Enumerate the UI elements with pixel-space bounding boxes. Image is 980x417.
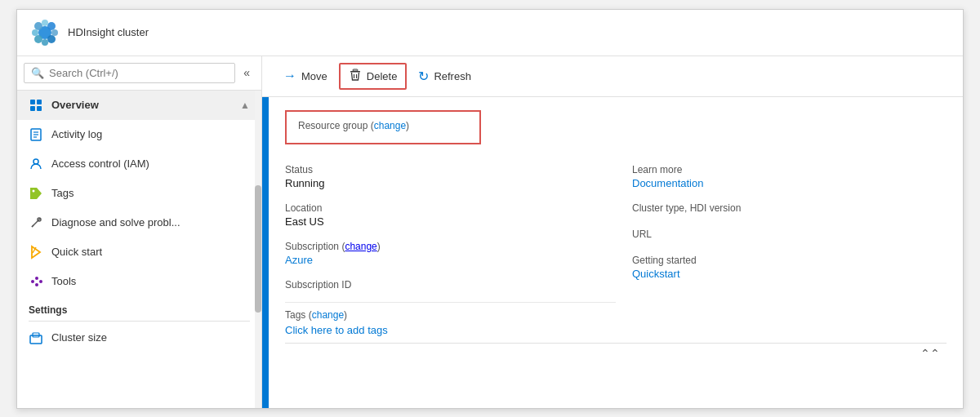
sidebar-item-tools[interactable]: Tools [17, 267, 261, 296]
sidebar-item-cluster-size-label: Cluster size [51, 331, 250, 344]
refresh-label: Refresh [434, 70, 471, 82]
sidebar-nav: Overview ▲ Activity log Access contr [17, 91, 261, 353]
location-label: Location [285, 202, 616, 214]
details-panel: Resource group (change) Status Running [265, 97, 963, 408]
sidebar-scrollbar-thumb[interactable] [255, 185, 261, 313]
subscription-id-label: Subscription ID [285, 279, 616, 291]
subscription-block: Subscription (change) Azure [285, 234, 616, 273]
url-label: URL [632, 228, 947, 240]
sidebar-item-tags-label: Tags [51, 187, 250, 199]
collapse-sidebar-button[interactable]: « [238, 63, 255, 82]
quick-start-icon [29, 245, 43, 260]
sidebar-nav-wrapper: Overview ▲ Activity log Access contr [17, 91, 261, 408]
tags-change-link[interactable]: change [312, 309, 344, 321]
sidebar-scrollbar[interactable] [255, 91, 261, 408]
svg-rect-30 [350, 71, 360, 73]
svg-point-3 [34, 35, 42, 43]
subscription-link[interactable]: Azure [285, 254, 313, 266]
search-row: 🔍 « [17, 56, 261, 91]
sidebar-item-cluster-size[interactable]: Cluster size [17, 323, 261, 353]
svg-rect-10 [37, 100, 42, 104]
overview-expand-icon: ▲ [240, 100, 250, 111]
learn-more-block: Learn more Documentation [632, 157, 947, 196]
svg-rect-11 [30, 106, 35, 111]
svg-point-5 [42, 20, 48, 26]
hdinsight-logo-icon [30, 18, 60, 47]
delete-button[interactable]: Delete [339, 63, 408, 90]
refresh-icon: ↻ [418, 69, 429, 84]
activity-log-icon [29, 127, 43, 142]
search-box[interactable]: 🔍 [24, 63, 235, 83]
status-value: Running [285, 177, 616, 189]
toolbar: → Move Delete ↻ Refresh [262, 56, 963, 97]
svg-rect-12 [37, 106, 42, 111]
location-block: Location East US [285, 196, 616, 234]
move-label: Move [301, 70, 327, 82]
tags-icon [29, 186, 43, 201]
svg-rect-29 [353, 69, 358, 71]
scroll-up-button[interactable]: ⌃⌃ [920, 347, 940, 360]
resource-group-box: Resource group (change) [285, 110, 481, 144]
resource-group-label: Resource group (change) [298, 120, 468, 131]
sidebar-item-activity-log-label: Activity log [51, 128, 250, 140]
content-inner: Resource group (change) Status Running [262, 97, 963, 408]
main-layout: 🔍 « Overview ▲ [17, 56, 963, 408]
sidebar: 🔍 « Overview ▲ [17, 56, 262, 408]
svg-rect-26 [39, 280, 42, 283]
search-input[interactable] [49, 67, 228, 79]
search-icon: 🔍 [31, 67, 44, 79]
subscription-change-link[interactable]: change [345, 241, 376, 252]
tags-add-link[interactable]: Click here to add tags [285, 324, 616, 336]
resource-group-change-link[interactable]: change [374, 120, 406, 131]
location-value: East US [285, 215, 616, 228]
getting-started-block: Getting started Quickstart [632, 248, 947, 286]
delete-label: Delete [367, 70, 398, 82]
quickstart-value: Quickstart [632, 268, 947, 280]
settings-divider [29, 321, 250, 322]
move-button[interactable]: → Move [275, 64, 336, 87]
access-control-icon [29, 157, 43, 171]
documentation-value: Documentation [632, 177, 947, 189]
status-label: Status [285, 164, 616, 175]
window-title: HDInsight cluster [68, 26, 149, 38]
sidebar-item-diagnose-label: Diagnose and solve probl... [51, 216, 250, 228]
right-column: Learn more Documentation Cluster type, H… [616, 157, 947, 343]
sidebar-item-overview[interactable]: Overview ▲ [17, 91, 261, 120]
subscription-value: Azure [285, 254, 616, 266]
tags-row: Tags (change) Click here to add tags [285, 302, 616, 343]
cluster-type-block: Cluster type, HDI version [632, 196, 947, 222]
content-area: → Move Delete ↻ Refresh [262, 56, 963, 408]
sidebar-item-quick-start-label: Quick start [51, 246, 250, 258]
sidebar-item-access-control[interactable]: Access control (IAM) [17, 149, 261, 179]
svg-point-2 [47, 22, 56, 30]
sidebar-item-access-control-label: Access control (IAM) [51, 157, 250, 170]
window-header: HDInsight cluster [17, 10, 963, 56]
svg-rect-24 [35, 277, 38, 280]
svg-point-8 [32, 29, 38, 36]
svg-point-17 [33, 159, 38, 164]
refresh-button[interactable]: ↻ Refresh [410, 64, 479, 88]
quickstart-link[interactable]: Quickstart [632, 268, 680, 280]
documentation-link[interactable]: Documentation [632, 177, 703, 189]
sidebar-item-overview-label: Overview [51, 99, 232, 111]
subscription-label: Subscription (change) [285, 241, 616, 252]
sidebar-item-activity-log[interactable]: Activity log [17, 120, 261, 149]
delete-icon [349, 69, 362, 84]
overview-icon [29, 98, 43, 113]
svg-rect-25 [35, 283, 38, 286]
move-arrow-icon: → [283, 69, 296, 83]
sidebar-item-diagnose[interactable]: Diagnose and solve probl... [17, 208, 261, 237]
sidebar-item-quick-start[interactable]: Quick start [17, 237, 261, 267]
app-window: HDInsight cluster 🔍 « [16, 9, 964, 409]
status-block: Status Running [285, 157, 616, 196]
cluster-type-label: Cluster type, HDI version [632, 202, 947, 214]
diagnose-icon [29, 215, 43, 230]
svg-rect-23 [31, 280, 34, 283]
svg-point-6 [51, 29, 58, 36]
url-block: URL [632, 222, 947, 248]
svg-point-1 [34, 22, 42, 30]
sidebar-item-tags[interactable]: Tags [17, 179, 261, 208]
svg-point-4 [47, 35, 56, 43]
svg-point-19 [33, 189, 35, 192]
tags-label: Tags (change) [285, 309, 616, 321]
